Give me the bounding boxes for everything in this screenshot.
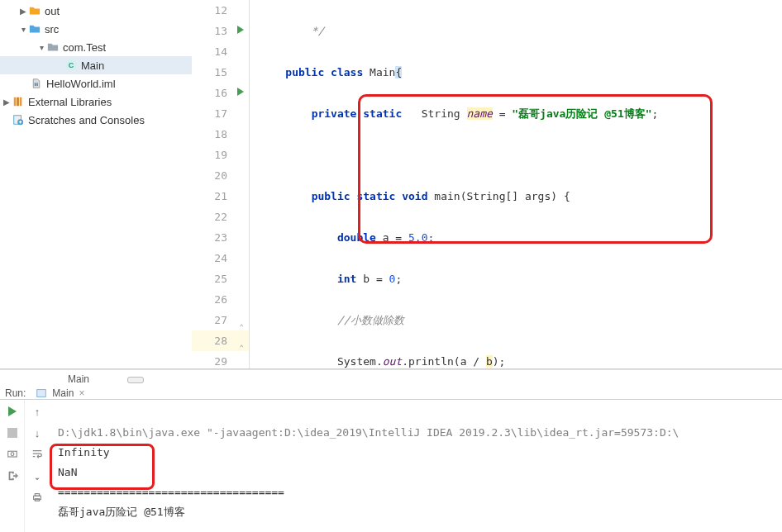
chevron-down-icon: ▾ <box>36 43 46 52</box>
tree-label: com.Test <box>63 41 106 54</box>
tree-label: out <box>45 5 60 17</box>
tree-label: src <box>45 23 59 36</box>
exit-icon[interactable] <box>6 469 19 482</box>
camera-icon[interactable] <box>6 448 19 461</box>
tree-label: Scratches and Consoles <box>28 114 145 126</box>
package-icon <box>46 40 60 54</box>
tree-item-comtest[interactable]: ▾ com.Test <box>0 38 192 56</box>
tree-item-main[interactable]: C Main <box>0 56 192 74</box>
run-gutter-icon[interactable] <box>237 26 244 34</box>
tree-item-src[interactable]: ▾ src <box>0 20 192 38</box>
breadcrumb[interactable]: Main <box>0 369 782 387</box>
stop-icon[interactable] <box>6 426 19 439</box>
down-arrow-icon[interactable]: ↓ <box>31 426 44 439</box>
console-line: NaN <box>58 466 77 478</box>
folder-icon <box>28 22 41 36</box>
tree-label: HelloWorld.iml <box>46 78 116 90</box>
svg-rect-9 <box>7 428 17 438</box>
run-config-icon <box>36 387 47 399</box>
svg-rect-5 <box>20 97 22 107</box>
tree-label: Main <box>81 59 104 72</box>
library-icon <box>12 95 25 108</box>
tree-label: External Libraries <box>28 96 112 108</box>
run-header: Run: Main × <box>0 387 782 400</box>
rerun-icon[interactable] <box>6 405 19 418</box>
svg-rect-13 <box>35 494 39 496</box>
tree-item-external-libraries[interactable]: ▶ External Libraries <box>0 93 192 111</box>
console-command: D:\jdk1.8\bin\java.exe "-javaagent:D:\id… <box>58 426 679 439</box>
tree-item-iml[interactable]: HelloWorld.iml <box>0 74 192 93</box>
up-arrow-icon[interactable]: ↑ <box>31 405 44 418</box>
chevron-right-icon: ▶ <box>18 7 28 16</box>
console-line: Infinity <box>58 446 110 458</box>
svg-rect-8 <box>37 390 46 397</box>
run-config-tab[interactable]: Main × <box>36 387 84 399</box>
tree-item-scratches[interactable]: Scratches and Consoles <box>0 111 192 129</box>
console-line: 磊哥java历险记 @51博客 <box>58 506 185 518</box>
editor-gutter: 12 13 14 15 16 17 18 19 20 21 22 23 24 2… <box>192 0 250 368</box>
run-toolbar <box>0 400 25 532</box>
tree-item-out[interactable]: ▶ out <box>0 2 192 20</box>
split-handle-icon[interactable] <box>127 377 144 383</box>
run-title: Run: <box>5 387 26 399</box>
console-line: =================================== <box>58 486 284 498</box>
chevron-down-icon: ▾ <box>18 25 28 34</box>
iml-file-icon <box>30 77 43 90</box>
run-toolbar-secondary: ↑ ↓ <box>25 400 50 532</box>
breadcrumb-item[interactable]: Main <box>68 373 89 385</box>
code-editor[interactable]: 12 13 14 15 16 17 18 19 20 21 22 23 24 2… <box>192 0 782 368</box>
print-icon[interactable] <box>31 491 44 504</box>
svg-rect-0 <box>35 83 36 86</box>
svg-rect-1 <box>36 83 36 86</box>
close-icon[interactable]: × <box>79 387 84 399</box>
folder-icon <box>28 4 41 17</box>
scratches-icon <box>12 113 25 126</box>
run-gutter-icon[interactable] <box>237 88 244 96</box>
java-class-icon: C <box>64 59 78 72</box>
soft-wrap-icon[interactable] <box>31 448 44 461</box>
chevron-right-icon: ▶ <box>2 97 12 107</box>
svg-rect-4 <box>17 97 19 107</box>
console-output[interactable]: D:\jdk1.8\bin\java.exe "-javaagent:D:\id… <box>50 400 782 532</box>
code-area[interactable]: */ public class Main{ private static Str… <box>250 0 782 368</box>
svg-rect-2 <box>37 83 38 86</box>
svg-rect-3 <box>14 97 17 107</box>
svg-point-11 <box>11 453 14 456</box>
scroll-to-end-icon[interactable] <box>31 469 44 482</box>
run-tool-window: Run: Main × ↑ ↓ D:\jdk1.8\bin\java.exe "… <box>0 387 782 532</box>
project-tree[interactable]: ▶ out ▾ src ▾ com.Test C Main HelloWorld… <box>0 0 192 368</box>
